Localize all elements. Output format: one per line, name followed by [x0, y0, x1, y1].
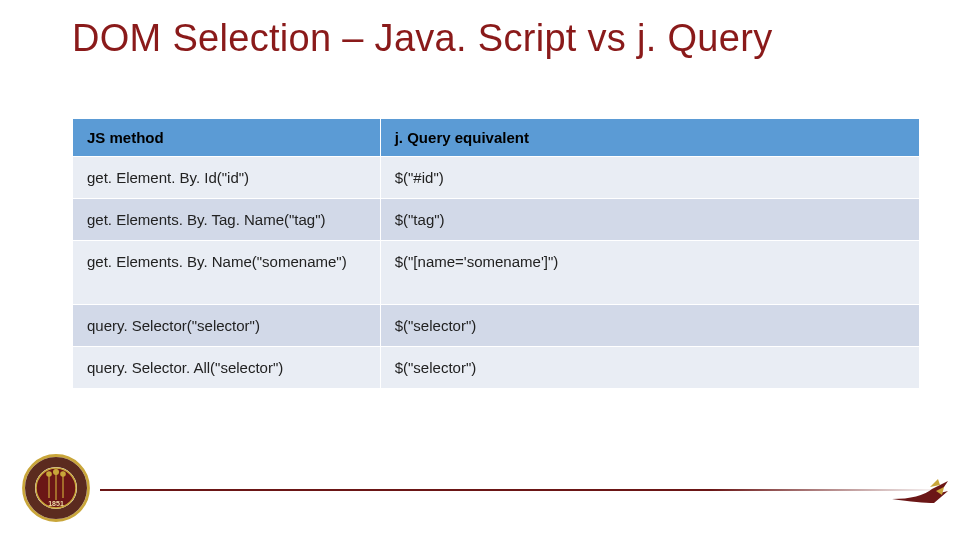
cell-js: get. Elements. By. Tag. Name("tag"): [73, 198, 381, 240]
cell-jq: $("tag"): [380, 198, 919, 240]
table-row: get. Elements. By. Tag. Name("tag")$("ta…: [73, 198, 920, 240]
table-row: query. Selector("selector")$("selector"): [73, 304, 920, 346]
col-header-js: JS method: [73, 118, 381, 156]
spear-icon: [890, 469, 948, 511]
cell-js: get. Element. By. Id("id"): [73, 156, 381, 198]
seal-year: 1851: [48, 500, 64, 507]
table-row: query. Selector. All("selector")$("selec…: [73, 346, 920, 388]
cell-jq: $("#id"): [380, 156, 919, 198]
svg-point-6: [47, 472, 51, 476]
comparison-table: JS method j. Query equivalent get. Eleme…: [72, 118, 920, 389]
cell-jq: $("[name='somename']"): [380, 240, 919, 304]
university-seal-icon: 1851: [22, 454, 90, 522]
footer-line: [100, 489, 948, 491]
table-row: get. Elements. By. Name("somename")$("[n…: [73, 240, 920, 304]
page-title: DOM Selection – Java. Script vs j. Query: [72, 18, 920, 60]
table-header-row: JS method j. Query equivalent: [73, 118, 920, 156]
table-row: get. Element. By. Id("id")$("#id"): [73, 156, 920, 198]
svg-point-8: [61, 472, 65, 476]
cell-jq: $("selector"): [380, 304, 919, 346]
svg-point-7: [54, 470, 59, 475]
cell-jq: $("selector"): [380, 346, 919, 388]
slide: DOM Selection – Java. Script vs j. Query…: [0, 0, 960, 540]
footer-rule: [100, 487, 948, 493]
cell-js: get. Elements. By. Name("somename"): [73, 240, 381, 304]
cell-js: query. Selector("selector"): [73, 304, 381, 346]
slide-footer: 1851: [0, 452, 960, 522]
col-header-jq: j. Query equivalent: [380, 118, 919, 156]
cell-js: query. Selector. All("selector"): [73, 346, 381, 388]
